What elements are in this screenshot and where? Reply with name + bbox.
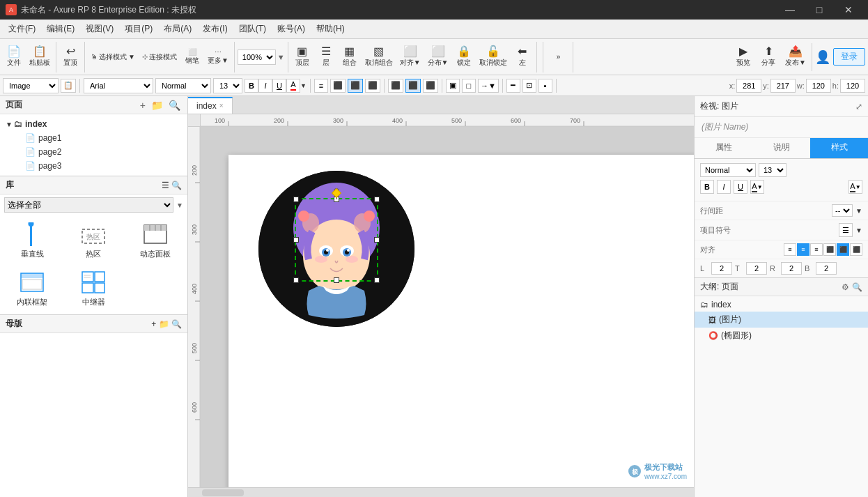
tab-notes[interactable]: 说明 xyxy=(752,138,810,158)
handle-ml[interactable] xyxy=(293,237,299,243)
connect-mode-btn[interactable]: ⊹ 连接模式 xyxy=(139,43,180,71)
toolbar-left-btn[interactable]: ⬅ 左 xyxy=(511,43,534,71)
hscroll-thumb[interactable] xyxy=(202,489,244,496)
minimize-button[interactable]: — xyxy=(776,0,804,20)
pages-add-icon[interactable]: + xyxy=(139,100,147,111)
library-category-select[interactable]: 选择全部 xyxy=(4,197,173,213)
menu-edit[interactable]: 编辑(E) xyxy=(41,20,80,38)
lib-item-hotspot[interactable]: 热区 热区 xyxy=(64,218,123,263)
image-container[interactable] xyxy=(256,169,417,329)
toolbar-file-btn[interactable]: 📄 文件 xyxy=(3,43,25,71)
library-search-icon[interactable]: 🔍 xyxy=(171,181,182,190)
lib-item-vline[interactable]: 垂直线 xyxy=(3,218,61,263)
menu-project[interactable]: 项目(P) xyxy=(119,20,158,38)
canvas-wrapper[interactable]: 极 极光下载站 www.xz7.com xyxy=(201,127,694,487)
align-center-btn2[interactable]: ≡ xyxy=(797,243,809,256)
bullet-btn[interactable]: ☰ xyxy=(839,223,853,237)
align-center-btn[interactable]: ⬛ xyxy=(348,79,363,93)
style-font-color-btn[interactable]: A ▼ xyxy=(750,180,764,194)
maximize-button[interactable]: □ xyxy=(805,0,833,20)
handle-tl[interactable] xyxy=(293,197,299,202)
style-bold-btn[interactable]: B xyxy=(700,180,714,194)
toolbar-ungroup-btn[interactable]: ▧ 取消组合 xyxy=(362,43,396,71)
toolbar-distribute-btn[interactable]: ⬜ 分布▼ xyxy=(425,43,451,71)
toolbar-unlock-btn[interactable]: 🔓 取消锁定 xyxy=(476,43,510,71)
zoom-select[interactable]: 100% 50% 75% 150% 200% xyxy=(238,49,276,65)
outline-image[interactable]: 🖼 (图片) xyxy=(695,312,868,328)
valign-bot-btn[interactable]: ⬛ xyxy=(423,79,438,93)
style-fill-btn[interactable]: A ▼ xyxy=(848,180,862,194)
copy-style-btn[interactable]: 📋 xyxy=(61,79,76,93)
fmt-dropdown-arrow[interactable]: ▼ xyxy=(300,82,307,89)
fill-l-input[interactable] xyxy=(711,262,732,275)
toolbar-undo-btn[interactable]: ↩ 置顶 xyxy=(59,43,82,71)
masters-search-icon[interactable]: 🔍 xyxy=(171,319,182,329)
menu-file[interactable]: 文件(F) xyxy=(3,20,41,38)
more-btn[interactable]: ⋯ 更多▼ xyxy=(205,43,231,71)
menu-help[interactable]: 帮助(H) xyxy=(311,20,350,38)
preview-btn[interactable]: ▶ 预览 xyxy=(732,43,754,71)
page-item-page2[interactable]: 📄 page2 xyxy=(0,145,187,159)
h-input[interactable] xyxy=(840,79,865,93)
handle-br[interactable] xyxy=(374,277,380,283)
tab-props[interactable]: 属性 xyxy=(695,138,752,158)
valign-top-btn2[interactable]: ⬛ xyxy=(823,243,836,256)
list-btn[interactable]: ≡ xyxy=(314,79,328,93)
handle-bl[interactable] xyxy=(293,277,299,283)
index-tab[interactable]: index × xyxy=(188,97,233,114)
style-font-size-select[interactable]: 13 xyxy=(759,163,786,177)
widget-type-select[interactable]: Image xyxy=(3,78,59,93)
lib-item-repeater[interactable]: 中继器 xyxy=(64,266,123,312)
style-font-style-select[interactable]: Normal xyxy=(700,163,756,177)
outline-filter-icon[interactable]: ⚙ xyxy=(842,282,849,292)
valign-mid-btn[interactable]: ⬛ xyxy=(405,79,421,93)
lib-item-iframe[interactable]: 内联框架 xyxy=(3,266,61,312)
underline-btn[interactable]: U xyxy=(272,79,286,93)
lib-item-dynamic[interactable]: 动态面板 xyxy=(126,218,185,263)
outline-search-icon[interactable]: 🔍 xyxy=(852,282,862,292)
toolbar-align-btn[interactable]: ⬜ 对齐▼ xyxy=(397,43,424,71)
toolbar-more2-btn[interactable]: » xyxy=(548,43,570,71)
fill-b-input[interactable] xyxy=(816,262,837,275)
outline-index[interactable]: 🗂 index xyxy=(695,298,868,312)
masters-folder-icon[interactable]: 📁 xyxy=(159,319,169,329)
valign-bot-btn2[interactable]: ⬛ xyxy=(850,243,862,256)
outline-btn[interactable]: ⬜ 钢笔 xyxy=(181,43,203,71)
font-color-btn[interactable]: A xyxy=(286,79,300,93)
align-right-btn2[interactable]: ≡ xyxy=(810,243,823,256)
arrow-btn[interactable]: →▼ xyxy=(478,79,499,93)
handle-mr[interactable] xyxy=(374,237,380,243)
toolbar-clipboard-btn[interactable]: 📋 粘贴板 xyxy=(26,43,53,71)
page-item-index[interactable]: ▼ 🗂 index xyxy=(0,117,187,131)
border-btn[interactable]: □ xyxy=(462,79,476,93)
align-left-btn[interactable]: ⬛ xyxy=(330,79,346,93)
page-item-page1[interactable]: 📄 page1 xyxy=(0,131,187,145)
font-family-select[interactable]: Arial xyxy=(84,78,153,93)
fill-t-input[interactable] xyxy=(746,262,767,275)
font-style-select[interactable]: Normal Bold Italic xyxy=(155,78,211,93)
bold-btn[interactable]: B xyxy=(245,79,258,93)
menu-publish[interactable]: 发布(I) xyxy=(197,20,233,38)
handle-tr[interactable] xyxy=(374,197,380,202)
toolbar-group-btn[interactable]: ▦ 组合 xyxy=(339,43,361,71)
w-input[interactable] xyxy=(806,79,831,93)
menu-view[interactable]: 视图(V) xyxy=(80,20,119,38)
toolbar-level-btn[interactable]: ☰ 层 xyxy=(315,43,337,71)
font-size-select[interactable]: 13 xyxy=(213,78,242,93)
handle-bm[interactable] xyxy=(334,277,339,283)
style-italic-btn[interactable]: I xyxy=(717,180,731,194)
align-left-btn2[interactable]: ≡ xyxy=(784,243,796,256)
select-mode-btn[interactable]: 🖱 选择模式 ▼ xyxy=(88,43,138,71)
valign-mid-btn2[interactable]: ⬛ xyxy=(837,243,849,256)
canvas-hscroll[interactable] xyxy=(188,487,694,497)
fill-r-input[interactable] xyxy=(781,262,802,275)
login-button[interactable]: 登录 xyxy=(833,48,865,66)
menu-layout[interactable]: 布局(A) xyxy=(158,20,197,38)
y-input[interactable] xyxy=(770,79,796,93)
publish-btn[interactable]: 📤 发布▼ xyxy=(782,43,809,71)
share-btn[interactable]: ⬆ 分享 xyxy=(757,43,780,71)
border-style-btn[interactable]: ━ xyxy=(506,79,520,93)
menu-team[interactable]: 团队(T) xyxy=(233,20,272,38)
tab-style[interactable]: 样式 xyxy=(810,138,868,158)
corners-btn[interactable]: ⊡ xyxy=(522,79,536,93)
